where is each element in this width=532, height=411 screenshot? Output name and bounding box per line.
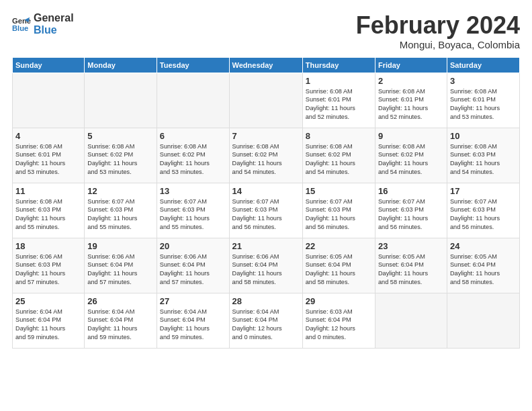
calendar-cell: 28Sunrise: 6:04 AM Sunset: 6:04 PM Dayli… [229,293,302,348]
calendar-cell: 22Sunrise: 6:05 AM Sunset: 6:04 PM Dayli… [302,238,375,293]
calendar-cell: 4Sunrise: 6:08 AM Sunset: 6:01 PM Daylig… [13,128,85,183]
day-info: Sunrise: 6:03 AM Sunset: 6:04 PM Dayligh… [306,308,372,342]
logo-icon: General Blue [12,15,31,34]
day-number: 8 [306,131,372,141]
day-info: Sunrise: 6:07 AM Sunset: 6:03 PM Dayligh… [450,197,517,232]
calendar-cell: 10Sunrise: 6:08 AM Sunset: 6:03 PM Dayli… [447,128,519,183]
calendar-cell: 17Sunrise: 6:07 AM Sunset: 6:03 PM Dayli… [447,183,519,238]
day-number: 9 [378,131,444,141]
day-info: Sunrise: 6:05 AM Sunset: 6:04 PM Dayligh… [378,253,444,287]
day-info: Sunrise: 6:08 AM Sunset: 6:03 PM Dayligh… [450,142,517,177]
day-number: 27 [160,296,226,306]
calendar-cell: 6Sunrise: 6:08 AM Sunset: 6:02 PM Daylig… [157,128,229,183]
day-number: 25 [15,296,81,306]
day-number: 2 [378,76,444,86]
page-container: General Blue General Blue February 2024 … [0,0,532,355]
calendar-cell: 19Sunrise: 6:06 AM Sunset: 6:04 PM Dayli… [85,238,157,293]
calendar-table: SundayMondayTuesdayWednesdayThursdayFrid… [12,57,520,349]
title-block: February 2024 Mongui, Boyaca, Colombia [356,12,520,50]
calendar-cell: 25Sunrise: 6:04 AM Sunset: 6:04 PM Dayli… [13,293,85,348]
calendar-cell: 16Sunrise: 6:07 AM Sunset: 6:03 PM Dayli… [375,183,447,238]
day-number: 3 [450,76,517,86]
calendar-cell [229,73,302,128]
location-subtitle: Mongui, Boyaca, Colombia [356,39,520,50]
day-info: Sunrise: 6:06 AM Sunset: 6:04 PM Dayligh… [87,253,154,287]
calendar-cell: 1Sunrise: 6:08 AM Sunset: 6:01 PM Daylig… [302,73,375,128]
calendar-cell: 18Sunrise: 6:06 AM Sunset: 6:03 PM Dayli… [13,238,85,293]
day-info: Sunrise: 6:08 AM Sunset: 6:02 PM Dayligh… [306,142,372,177]
day-info: Sunrise: 6:07 AM Sunset: 6:03 PM Dayligh… [378,197,444,232]
day-info: Sunrise: 6:04 AM Sunset: 6:04 PM Dayligh… [232,308,300,342]
day-info: Sunrise: 6:08 AM Sunset: 6:02 PM Dayligh… [160,142,226,177]
col-header-saturday: Saturday [447,57,519,73]
day-number: 7 [232,131,300,141]
col-header-thursday: Thursday [302,57,375,73]
calendar-cell [85,73,157,128]
day-info: Sunrise: 6:05 AM Sunset: 6:04 PM Dayligh… [306,253,372,287]
day-info: Sunrise: 6:06 AM Sunset: 6:03 PM Dayligh… [15,253,81,287]
calendar-cell: 7Sunrise: 6:08 AM Sunset: 6:02 PM Daylig… [229,128,302,183]
calendar-cell: 27Sunrise: 6:04 AM Sunset: 6:04 PM Dayli… [157,293,229,348]
calendar-cell: 12Sunrise: 6:07 AM Sunset: 6:03 PM Dayli… [85,183,157,238]
week-row-0: 1Sunrise: 6:08 AM Sunset: 6:01 PM Daylig… [13,73,520,128]
calendar-cell: 13Sunrise: 6:07 AM Sunset: 6:03 PM Dayli… [157,183,229,238]
day-number: 16 [378,186,444,196]
day-info: Sunrise: 6:04 AM Sunset: 6:04 PM Dayligh… [15,308,81,342]
col-header-wednesday: Wednesday [229,57,302,73]
day-number: 29 [306,296,372,306]
day-info: Sunrise: 6:07 AM Sunset: 6:03 PM Dayligh… [160,197,226,232]
calendar-cell [13,73,85,128]
day-number: 10 [450,131,517,141]
day-number: 13 [160,186,226,196]
day-number: 12 [87,186,154,196]
calendar-cell: 2Sunrise: 6:08 AM Sunset: 6:01 PM Daylig… [375,73,447,128]
day-number: 18 [15,241,81,251]
week-row-1: 4Sunrise: 6:08 AM Sunset: 6:01 PM Daylig… [13,128,520,183]
calendar-cell: 20Sunrise: 6:06 AM Sunset: 6:04 PM Dayli… [157,238,229,293]
day-number: 21 [232,241,300,251]
month-title: February 2024 [356,12,520,39]
calendar-cell: 21Sunrise: 6:06 AM Sunset: 6:04 PM Dayli… [229,238,302,293]
day-number: 14 [232,186,300,196]
day-info: Sunrise: 6:08 AM Sunset: 6:02 PM Dayligh… [378,142,444,177]
day-info: Sunrise: 6:04 AM Sunset: 6:04 PM Dayligh… [87,308,154,342]
day-info: Sunrise: 6:08 AM Sunset: 6:03 PM Dayligh… [15,197,81,232]
calendar-cell: 9Sunrise: 6:08 AM Sunset: 6:02 PM Daylig… [375,128,447,183]
logo: General Blue General Blue [12,12,74,36]
calendar-cell: 23Sunrise: 6:05 AM Sunset: 6:04 PM Dayli… [375,238,447,293]
calendar-cell: 24Sunrise: 6:05 AM Sunset: 6:04 PM Dayli… [447,238,519,293]
day-number: 24 [450,241,517,251]
day-info: Sunrise: 6:08 AM Sunset: 6:01 PM Dayligh… [306,87,372,122]
col-header-tuesday: Tuesday [157,57,229,73]
calendar-cell [375,293,447,348]
day-number: 17 [450,186,517,196]
col-header-friday: Friday [375,57,447,73]
calendar-cell [157,73,229,128]
calendar-cell: 26Sunrise: 6:04 AM Sunset: 6:04 PM Dayli… [85,293,157,348]
calendar-cell [447,293,519,348]
svg-text:Blue: Blue [12,24,28,32]
calendar-cell: 15Sunrise: 6:07 AM Sunset: 6:03 PM Dayli… [302,183,375,238]
day-number: 5 [87,131,154,141]
day-info: Sunrise: 6:08 AM Sunset: 6:01 PM Dayligh… [15,142,81,177]
day-number: 1 [306,76,372,86]
calendar-cell: 29Sunrise: 6:03 AM Sunset: 6:04 PM Dayli… [302,293,375,348]
day-number: 11 [15,186,81,196]
header: General Blue General Blue February 2024 … [12,12,520,50]
day-info: Sunrise: 6:08 AM Sunset: 6:02 PM Dayligh… [87,142,154,177]
day-info: Sunrise: 6:08 AM Sunset: 6:01 PM Dayligh… [450,87,517,122]
day-info: Sunrise: 6:06 AM Sunset: 6:04 PM Dayligh… [232,253,300,287]
calendar-cell: 11Sunrise: 6:08 AM Sunset: 6:03 PM Dayli… [13,183,85,238]
day-number: 28 [232,296,300,306]
day-info: Sunrise: 6:07 AM Sunset: 6:03 PM Dayligh… [306,197,372,232]
week-row-3: 18Sunrise: 6:06 AM Sunset: 6:03 PM Dayli… [13,238,520,293]
day-number: 15 [306,186,372,196]
day-info: Sunrise: 6:05 AM Sunset: 6:04 PM Dayligh… [450,253,517,287]
calendar-cell: 8Sunrise: 6:08 AM Sunset: 6:02 PM Daylig… [302,128,375,183]
day-number: 6 [160,131,226,141]
day-number: 4 [15,131,81,141]
header-row: SundayMondayTuesdayWednesdayThursdayFrid… [13,57,520,73]
day-number: 20 [160,241,226,251]
week-row-4: 25Sunrise: 6:04 AM Sunset: 6:04 PM Dayli… [13,293,520,348]
day-info: Sunrise: 6:04 AM Sunset: 6:04 PM Dayligh… [160,308,226,342]
